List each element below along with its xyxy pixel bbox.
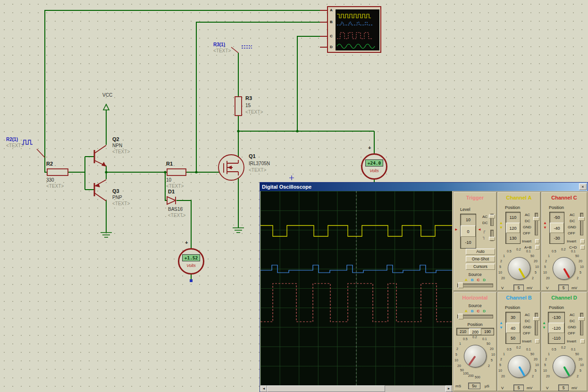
channel-c-invert-button[interactable] [580, 239, 585, 243]
channel-a-up-arrow-icon[interactable]: ▲ [499, 221, 503, 225]
channel-b-gain-knob[interactable]: 0.50.20.1125102050201052 [501, 349, 537, 384]
scope-part-pins[interactable] [320, 10, 327, 47]
channel-c-up-arrow-icon[interactable]: ▲ [543, 221, 547, 225]
channel-a-invert-button[interactable] [535, 239, 539, 243]
voltmeter-diode[interactable]: +1.52 Volts [178, 248, 204, 275]
probe-r2-pin[interactable] [37, 149, 45, 158]
auto-button[interactable]: Auto [466, 249, 495, 255]
trigger-coupling-slider[interactable] [490, 214, 494, 226]
horizontal-source-slider[interactable] [457, 315, 493, 318]
horizontal-section: Horizontal Source A B C D Position 210 2… [453, 292, 497, 392]
channel-c-coupling-slider[interactable] [580, 213, 583, 235]
wire[interactable] [297, 36, 327, 131]
channel-b-down-arrow-icon[interactable]: ▼ [499, 326, 503, 330]
channel-d-position-dial[interactable]: -130 -120 -110 [548, 312, 565, 344]
channel-b-coupling-handle[interactable] [533, 317, 539, 321]
one-shot-button[interactable]: One-Shot [466, 256, 495, 262]
wire[interactable] [85, 157, 94, 190]
probe-r3-label[interactable]: R3(1) [213, 42, 225, 47]
channel-a-position-dial[interactable]: 110 120 130 [505, 212, 521, 244]
diode-d1[interactable] [167, 197, 176, 204]
position-value-current: 200 [469, 328, 481, 335]
wire[interactable] [45, 10, 327, 172]
knob-scale-label: 0.5 [552, 348, 556, 351]
window-titlebar[interactable]: Digital Oscilloscope [260, 183, 588, 191]
q3-ref[interactable]: Q3 [112, 188, 119, 194]
ground-symbol[interactable] [101, 233, 112, 237]
knob-scale-label: 20 [579, 259, 582, 263]
resistor-r3-body[interactable] [235, 97, 242, 116]
channel-d-up-arrow-icon[interactable]: ▲ [542, 321, 546, 325]
probe-r2-label[interactable]: R2(1) [6, 137, 18, 142]
level-left-arrow-icon[interactable]: ► [454, 228, 458, 232]
channel-a-down-arrow-icon[interactable]: ▼ [499, 226, 503, 230]
trigger-level-dial[interactable]: 10 0 -10 [460, 214, 476, 249]
q1-ref[interactable]: Q1 [249, 153, 256, 159]
trigger-coupling-handle[interactable] [489, 215, 495, 218]
mosfet-q1[interactable] [218, 155, 244, 180]
channel-a-coupling-slider[interactable] [535, 213, 538, 235]
probe-r3-pin[interactable] [231, 47, 238, 53]
channel-a-coupling-handle[interactable] [533, 217, 539, 221]
oscilloscope-part[interactable]: A B C D [327, 6, 381, 53]
channel-b-position-dial[interactable]: 30 40 50 [505, 312, 521, 344]
ground-symbol[interactable] [233, 228, 244, 233]
trigger-edge-handle[interactable] [489, 237, 495, 241]
rising-edge-icon: ┌ [483, 229, 485, 234]
r2-ref[interactable]: R2 [46, 161, 53, 167]
r1-ref[interactable]: R1 [166, 161, 173, 167]
channel-d-down-arrow-icon[interactable]: ▼ [542, 326, 546, 330]
horizontal-position-dial[interactable]: 210 200 190 [456, 328, 494, 335]
horizontal-us-unit: µS [485, 384, 489, 388]
scroll-thumb[interactable] [267, 385, 385, 392]
channel-d-coupling-slider[interactable] [580, 313, 583, 335]
channel-a-dc-label: DC [525, 219, 530, 223]
channel-d-invert-button[interactable] [580, 339, 585, 343]
d1-ref[interactable]: D1 [168, 189, 175, 194]
level-right-arrow-icon[interactable]: ◄ [478, 228, 481, 232]
knob-scale-label: 2 [500, 358, 502, 361]
scroll-right-arrow[interactable]: ► [445, 385, 452, 392]
r3-ref[interactable]: R3 [245, 95, 252, 101]
wire[interactable] [106, 166, 218, 179]
scope-display[interactable] [260, 191, 452, 385]
channel-b-invert-button[interactable] [535, 339, 539, 343]
trigger-source-slider[interactable] [457, 284, 493, 287]
vcc-power-arrow[interactable] [103, 104, 109, 110]
channel-c-volt-unit: V [546, 286, 548, 290]
channel-c-off-label: OFF [568, 231, 575, 235]
channel-b-up-arrow-icon[interactable]: ▲ [499, 321, 503, 325]
channel-b-coupling-slider[interactable] [535, 313, 538, 335]
channel-c-sum-button[interactable] [580, 245, 585, 250]
level-value-up: 10 [461, 214, 476, 225]
window-title: Digital Oscilloscope [262, 184, 311, 190]
channel-a-gain-knob[interactable]: 0.50.20.1125102050201052 [501, 250, 537, 286]
channel-a-sum-button[interactable] [535, 245, 539, 250]
horizontal-timebase-value: 5u [468, 383, 480, 389]
channel-c-down-arrow-icon[interactable]: ▼ [543, 226, 547, 230]
channel-c-gain-knob[interactable]: 0.50.20.1125102050201052 [546, 250, 582, 286]
knob-scale-label: 50 [487, 342, 490, 345]
channel-b-invert-label: Invert [522, 339, 531, 343]
horizontal-timebase-knob[interactable]: 0.50.20.112510205020105250100200500 [457, 338, 493, 374]
horizontal-scrollbar[interactable]: ◄ ► [260, 385, 452, 392]
transistor-q2-npn[interactable] [94, 145, 106, 167]
trigger-source-handle[interactable] [458, 283, 463, 288]
resistor-r1-body[interactable] [167, 169, 186, 175]
channel-c-position-dial[interactable]: -50 -40 -30 [549, 212, 564, 244]
channel-a-sum-label: A+B [524, 245, 531, 250]
scroll-left-arrow[interactable]: ◄ [260, 385, 267, 392]
position-value-next: -30 [550, 233, 564, 243]
channel-d-gain-knob[interactable]: 0.50.20.1125102050201052 [546, 349, 582, 384]
resistor-r2-body[interactable] [47, 169, 68, 175]
voltmeter-drain[interactable]: +24.0 Volts [361, 153, 387, 180]
channel-d-coupling-handle[interactable] [579, 317, 585, 321]
position-value-prev: 110 [506, 212, 520, 223]
transistor-q3-pnp[interactable] [94, 180, 106, 201]
close-button[interactable]: × [579, 183, 587, 190]
channel-c-coupling-handle[interactable] [579, 217, 585, 221]
trigger-edge-slider[interactable] [490, 230, 494, 241]
horizontal-source-handle[interactable] [458, 314, 463, 319]
cursors-button[interactable]: Cursors [466, 264, 495, 270]
q2-ref[interactable]: Q2 [112, 136, 119, 142]
